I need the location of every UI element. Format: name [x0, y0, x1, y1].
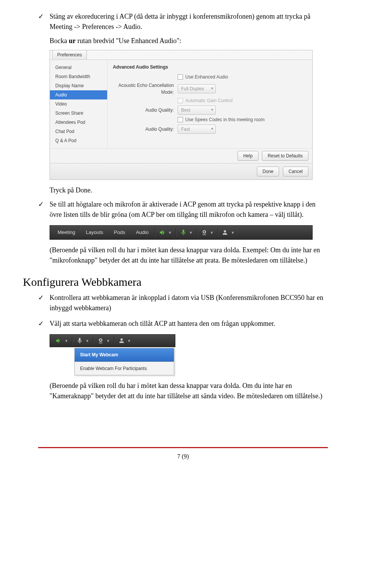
- sidebar-item-general[interactable]: General: [50, 63, 107, 72]
- checklist-item: ✓ Se till att högtalare och mikrofon är …: [38, 199, 328, 220]
- indent-text: Tryck på Done.: [50, 185, 328, 195]
- menu-item-enable-webcam[interactable]: Enable Webcam For Participants: [75, 362, 174, 375]
- preferences-window: Preferences General Room Bandwidth Displ…: [50, 50, 313, 180]
- sidebar-item-display-name[interactable]: Display Name: [50, 81, 107, 90]
- menu-item-start-webcam[interactable]: Start My Webcam: [75, 348, 174, 362]
- menu-layouts[interactable]: Layouts: [81, 226, 108, 239]
- page-number: 7 (9): [38, 450, 328, 461]
- menu-meeting[interactable]: Meeting: [53, 226, 80, 239]
- speaker-icon: [55, 337, 62, 344]
- dropdown-echo-mode[interactable]: Full Duplex: [178, 84, 216, 93]
- done-button[interactable]: Done: [257, 167, 279, 176]
- help-button[interactable]: Help: [238, 151, 258, 161]
- chevron-down-icon: ▼: [85, 338, 89, 344]
- reset-defaults-button[interactable]: Reset to Defaults: [262, 151, 308, 161]
- webcam-icon: [97, 337, 104, 344]
- label-echo-mode: Acoustic Echo Cancellation Mode:: [113, 82, 178, 96]
- chevron-down-icon: ▼: [189, 230, 193, 236]
- sidebar-item-audio[interactable]: Audio: [50, 90, 107, 99]
- checkbox-enhanced-audio[interactable]: [178, 74, 183, 80]
- speaker-icon: [159, 229, 166, 236]
- text-span: Bocka: [50, 37, 69, 45]
- microphone-icon: [180, 229, 187, 236]
- label-audio-quality-2: Audio Quality:: [113, 126, 178, 133]
- webcam-button[interactable]: ▼: [199, 229, 216, 236]
- preferences-tab[interactable]: Preferences: [52, 50, 87, 59]
- footer-rule: [38, 447, 328, 448]
- chevron-down-icon: ▼: [127, 338, 131, 344]
- chevron-down-icon: ▼: [64, 338, 68, 344]
- heading-webcam: Konfigurera Webbkamera: [23, 273, 328, 290]
- page-footer: 7 (9): [38, 447, 328, 461]
- bullet-text: Stäng av ekoreducering i ACP (då detta ä…: [50, 11, 328, 32]
- divider: [72, 336, 72, 345]
- menu-audio[interactable]: Audio: [131, 226, 153, 239]
- sidebar-item-chat-pod[interactable]: Chat Pod: [50, 127, 107, 136]
- label-speex: Use Speex Codec in this meeting room: [185, 116, 265, 123]
- meeting-toolbar: Meeting Layouts Pods Audio ▼ ▼ ▼ ▼: [50, 225, 313, 240]
- checklist-item: ✓ Välj att starta webbkameran och tillåt…: [38, 319, 328, 329]
- raise-hand-button[interactable]: ▼: [219, 229, 237, 236]
- speaker-button[interactable]: ▼: [157, 229, 174, 236]
- toolbar-fragment: ▼ ▼ ▼ ▼: [50, 334, 175, 347]
- checkbox-speex[interactable]: [178, 117, 183, 122]
- divider: [93, 336, 93, 345]
- label-audio-quality-1: Audio Quality:: [113, 107, 178, 114]
- preferences-sidebar: General Room Bandwidth Display Name Audi…: [50, 60, 108, 148]
- dropdown-audio-quality-1[interactable]: Best: [178, 106, 216, 115]
- divider: [114, 336, 114, 345]
- cancel-button[interactable]: Cancel: [283, 167, 308, 176]
- indent-text: (Beroende på vilken roll du har i mötet …: [50, 245, 328, 266]
- sidebar-item-qa-pod[interactable]: Q & A Pod: [50, 136, 107, 145]
- label-gain-control: Automatic Gain Control: [185, 97, 233, 104]
- divider: [155, 228, 155, 237]
- checklist-item: ✓ Stäng av ekoreducering i ACP (då detta…: [38, 11, 328, 32]
- label-enhanced-audio: Use Enhanced Audio: [185, 74, 228, 80]
- chevron-down-icon: ▼: [168, 230, 172, 236]
- check-icon: ✓: [38, 199, 50, 220]
- chevron-down-icon: ▼: [106, 338, 110, 344]
- microphone-button[interactable]: ▼: [74, 337, 92, 344]
- speaker-button[interactable]: ▼: [53, 337, 71, 344]
- divider: [217, 228, 218, 237]
- checkbox-gain-control[interactable]: [178, 98, 183, 103]
- webcam-dropdown-menu: Start My Webcam Enable Webcam For Partic…: [74, 348, 174, 375]
- chevron-down-icon: ▼: [231, 230, 234, 236]
- checklist-item: ✓ Kontrollera att webbkameran är inkoppl…: [38, 293, 328, 313]
- bold-text: ur: [69, 37, 75, 45]
- divider: [197, 228, 197, 237]
- menu-pods[interactable]: Pods: [109, 226, 130, 239]
- person-icon: [118, 337, 125, 344]
- chevron-down-icon: ▼: [210, 230, 214, 236]
- bullet-text: Välj att starta webbkameran och tillåt A…: [50, 319, 328, 329]
- indent-text: (Beroende på vilken roll du har i mötet …: [50, 381, 328, 401]
- microphone-icon: [76, 337, 83, 344]
- check-icon: ✓: [38, 319, 50, 329]
- indent-text: Bocka ur rutan bredvid "Use Enhanced Aud…: [50, 36, 328, 46]
- dropdown-audio-quality-2[interactable]: Fast: [178, 125, 216, 134]
- divider: [176, 228, 176, 237]
- sidebar-item-screen-share[interactable]: Screen Share: [50, 109, 107, 118]
- webcam-menu-screenshot: ▼ ▼ ▼ ▼ Start My Webcam Enable Webcam Fo…: [50, 334, 175, 375]
- check-icon: ✓: [38, 11, 50, 32]
- webcam-icon: [201, 229, 208, 236]
- webcam-button[interactable]: ▼: [95, 337, 112, 344]
- sidebar-item-room-bandwidth[interactable]: Room Bandwidth: [50, 72, 107, 81]
- text-span: rutan bredvid "Use Enhanced Audio":: [75, 37, 181, 45]
- bullet-text: Kontrollera att webbkameran är inkopplad…: [50, 293, 328, 313]
- sidebar-item-video[interactable]: Video: [50, 99, 107, 109]
- check-icon: ✓: [38, 293, 50, 313]
- sidebar-item-attendees-pod[interactable]: Attendees Pod: [50, 118, 107, 127]
- section-title: Advanced Audio Settings: [113, 64, 307, 70]
- microphone-button[interactable]: ▼: [178, 229, 195, 236]
- raise-hand-button[interactable]: ▼: [116, 337, 133, 344]
- bullet-text: Se till att högtalare och mikrofon är ak…: [50, 199, 328, 220]
- person-icon: [222, 229, 228, 236]
